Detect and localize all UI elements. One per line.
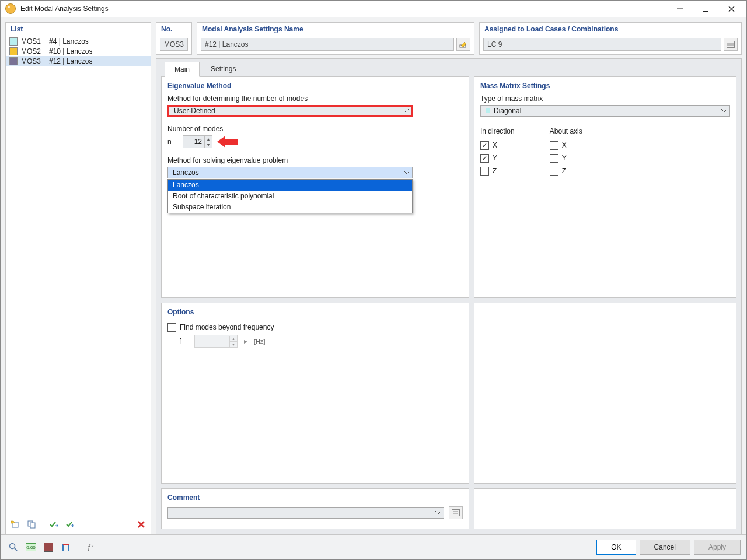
f-symbol: f xyxy=(179,337,190,345)
method-solving-combo[interactable]: Lanczos Lanczos Root of characteristic p… xyxy=(167,167,413,178)
method-determining-combo[interactable]: User-Defined xyxy=(167,105,413,117)
axis-label: About axis xyxy=(550,127,582,135)
chevron-down-icon xyxy=(404,171,410,174)
blank-panel-lower xyxy=(474,488,736,529)
list-item[interactable]: MOS3 #12 | Lanczos xyxy=(6,56,151,66)
name-label: Modal Analysis Settings Name xyxy=(197,23,474,36)
list-item[interactable]: MOS2 #10 | Lanczos xyxy=(6,46,151,56)
new-icon xyxy=(11,520,20,529)
dropdown-option[interactable]: Root of characteristic polynomial xyxy=(168,191,412,202)
direction-y-row[interactable]: ✓Y xyxy=(480,152,515,164)
eigenvalue-title: Eigenvalue Method xyxy=(167,82,463,90)
apply-button[interactable]: Apply xyxy=(694,540,741,555)
close-icon xyxy=(728,6,735,12)
maximize-icon xyxy=(703,6,708,12)
comment-title: Comment xyxy=(167,494,463,502)
label-z: Z xyxy=(562,167,566,175)
svg-text:ƒ: ƒ xyxy=(87,543,91,551)
chevron-down-icon xyxy=(721,109,727,113)
comment-edit-button[interactable] xyxy=(449,506,463,519)
number-of-modes-spinner[interactable]: 12 ▲ ▼ xyxy=(183,135,212,148)
direction-x-checkbox[interactable]: ✓ xyxy=(480,141,489,150)
close-button[interactable] xyxy=(718,1,744,16)
label-y: Y xyxy=(493,154,497,162)
list-toolbar xyxy=(6,514,151,534)
options-panel: Options Find modes beyond frequency f xyxy=(161,303,469,484)
dialog-window: Edit Modal Analysis Settings List MOS1 #… xyxy=(0,0,747,560)
axis-y-checkbox[interactable] xyxy=(550,154,558,163)
settings-list[interactable]: MOS1 #4 | Lanczos MOS2 #10 | Lanczos MOS… xyxy=(6,36,151,514)
method-determining-label: Method for determining the number of mod… xyxy=(167,94,463,103)
tab-settings[interactable]: Settings xyxy=(201,61,246,76)
units-button[interactable]: 0.00 xyxy=(24,540,38,554)
copy-icon xyxy=(27,520,36,529)
ok-button[interactable]: OK xyxy=(596,540,636,555)
cancel-button[interactable]: Cancel xyxy=(640,540,690,555)
mass-type-combo[interactable]: Diagonal xyxy=(480,105,730,117)
svg-text:0.00: 0.00 xyxy=(26,545,36,550)
axis-z-checkbox[interactable] xyxy=(550,167,558,176)
axis-z-row[interactable]: Z xyxy=(550,164,582,177)
tab-main[interactable]: Main xyxy=(165,62,200,77)
model-button[interactable] xyxy=(59,540,73,554)
copy-button[interactable] xyxy=(25,517,39,531)
delete-button[interactable] xyxy=(134,517,148,531)
spinner-up[interactable]: ▲ xyxy=(204,136,212,142)
list-item-label: #12 | Lanczos xyxy=(49,57,93,65)
details-icon xyxy=(727,41,735,48)
frequency-spinner: ▲ ▼ xyxy=(194,335,238,348)
list-item-code: MOS1 xyxy=(21,37,46,46)
red-arrow-icon xyxy=(217,136,239,148)
direction-z-row[interactable]: Z xyxy=(480,164,515,177)
list-item[interactable]: MOS1 #4 | Lanczos xyxy=(6,36,151,46)
mass-type-swatch xyxy=(486,108,490,113)
dropdown-option[interactable]: Lanczos xyxy=(168,180,412,191)
find-modes-checkbox[interactable] xyxy=(167,323,176,332)
find-modes-beyond-row[interactable]: Find modes beyond frequency xyxy=(167,321,463,334)
name-field-box: Modal Analysis Settings Name #12 | Lancz… xyxy=(197,22,474,55)
assigned-input[interactable]: LC 9 xyxy=(483,38,721,51)
color-button[interactable] xyxy=(41,540,55,554)
number-field-box: No. MOS3 xyxy=(156,22,192,55)
spinner-down[interactable]: ▼ xyxy=(204,142,212,148)
function-icon: ƒ↙ xyxy=(86,542,95,552)
exclude-button[interactable] xyxy=(63,517,77,531)
help-button[interactable] xyxy=(6,540,20,554)
new-button[interactable] xyxy=(8,517,22,531)
include-button[interactable] xyxy=(47,517,61,531)
number-input[interactable]: MOS3 xyxy=(160,38,188,51)
comment-combo[interactable] xyxy=(167,507,444,519)
main-tab-content: Eigenvalue Method Method for determining… xyxy=(156,76,741,534)
color-swatch-icon xyxy=(44,542,53,552)
direction-y-checkbox[interactable]: ✓ xyxy=(480,154,489,163)
svg-line-17 xyxy=(15,548,17,551)
label-y: Y xyxy=(562,154,567,162)
edit-name-button[interactable] xyxy=(456,38,470,51)
function-button[interactable]: ƒ↙ xyxy=(83,540,97,554)
dialog-footer: 0.00 ƒ↙ OK Cancel Apply xyxy=(1,534,746,559)
color-swatch xyxy=(9,37,18,46)
maximize-button[interactable] xyxy=(693,1,718,16)
name-input[interactable]: #12 | Lanczos xyxy=(201,38,454,51)
label-z: Z xyxy=(493,167,497,175)
axis-y-row[interactable]: Y xyxy=(550,152,582,164)
label-x: X xyxy=(493,141,497,149)
list-header: List xyxy=(6,23,151,36)
n-symbol: n xyxy=(167,138,178,146)
spinner-up: ▲ xyxy=(229,336,237,341)
delete-icon xyxy=(137,520,145,528)
dropdown-option[interactable]: Subspace iteration xyxy=(168,202,412,213)
mass-type-label: Type of mass matrix xyxy=(480,94,730,103)
mass-title: Mass Matrix Settings xyxy=(480,82,730,90)
mass-matrix-panel: Mass Matrix Settings Type of mass matrix… xyxy=(474,76,736,298)
axis-x-checkbox[interactable] xyxy=(550,141,558,150)
assigned-details-button[interactable] xyxy=(724,38,738,51)
tabs-bar: Main Settings xyxy=(156,59,741,76)
assigned-label: Assigned to Load Cases / Combinations xyxy=(480,23,741,36)
svg-rect-6 xyxy=(30,523,35,528)
direction-z-checkbox[interactable] xyxy=(480,167,489,176)
minimize-icon xyxy=(677,6,683,12)
minimize-button[interactable] xyxy=(667,1,693,16)
direction-x-row[interactable]: ✓X xyxy=(480,139,515,152)
axis-x-row[interactable]: X xyxy=(550,139,582,152)
